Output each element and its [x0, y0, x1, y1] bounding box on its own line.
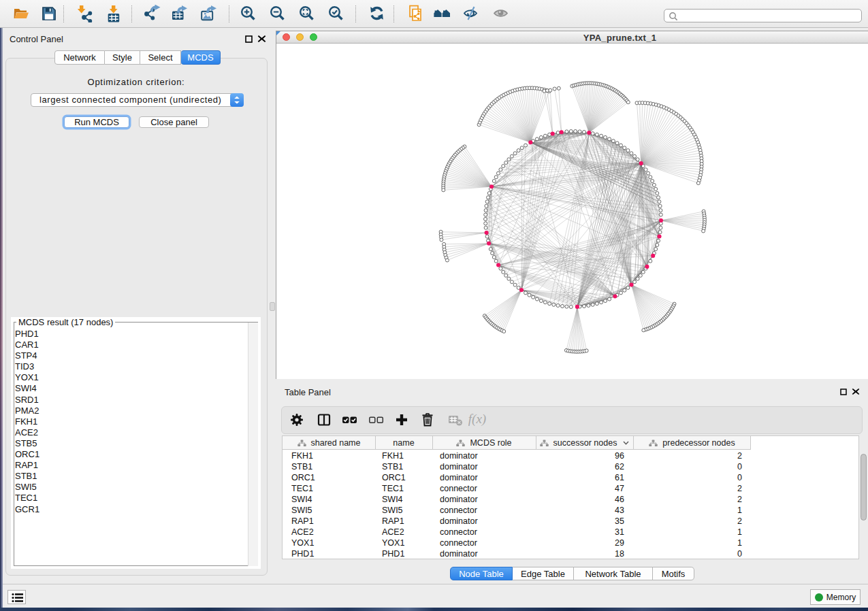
svg-text:f(x): f(x): [468, 412, 486, 427]
